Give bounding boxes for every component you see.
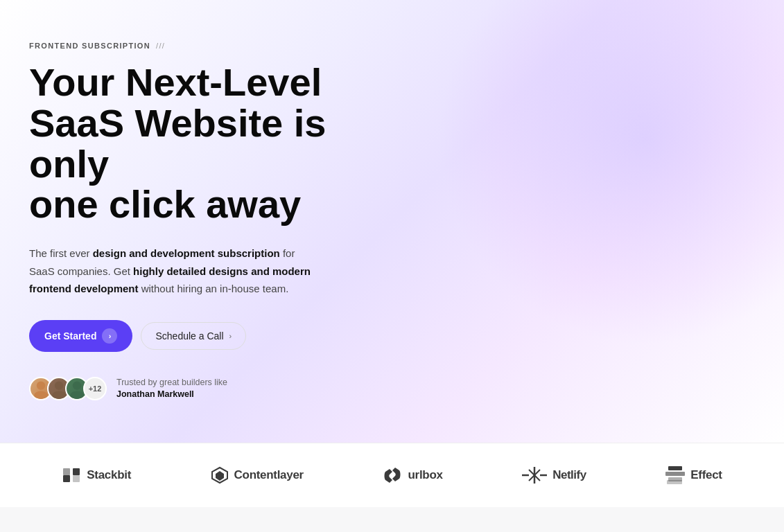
- svg-point-0: [37, 382, 45, 390]
- avatar-count-label: +12: [89, 384, 102, 393]
- trust-section: +12 Trusted by great builders like Jonat…: [29, 377, 755, 401]
- schedule-call-button[interactable]: Schedule a Call ›: [141, 322, 246, 350]
- hero-title-line3: one click away: [29, 182, 301, 226]
- svg-rect-17: [668, 466, 682, 470]
- logo-netlify: Netlify: [522, 467, 586, 484]
- netlify-icon: [522, 467, 547, 484]
- get-started-arrow-icon: ›: [102, 328, 117, 344]
- trust-name: Jonathan Markwell: [116, 389, 227, 401]
- effect-text: Effect: [690, 468, 722, 482]
- schedule-call-arrow-icon: ›: [229, 332, 232, 340]
- stackbit-text: Stackbit: [87, 468, 131, 482]
- hero-desc-text1: The first ever: [29, 247, 93, 259]
- contentlayer-text: Contentlayer: [234, 468, 304, 482]
- hero-description: The first ever design and development su…: [29, 245, 320, 298]
- hero-desc-text3: without hiring an in-house team.: [139, 283, 289, 294]
- hero-label: FRONTEND SUBSCRIPTION ///: [29, 42, 755, 50]
- svg-point-2: [55, 382, 63, 390]
- avatar-count: +12: [83, 377, 107, 400]
- features-section: Struggling to keep your site up-to-date?…: [0, 507, 784, 532]
- hero-title-line2: SaaS Website is only: [29, 101, 326, 186]
- logo-urlbox: urlbox: [383, 468, 442, 483]
- hero-buttons: Get Started › Schedule a Call ›: [29, 320, 755, 352]
- urlbox-text: urlbox: [408, 468, 442, 482]
- trust-text-label: Trusted by great builders like: [116, 378, 227, 387]
- logo-effect: Effect: [665, 466, 722, 484]
- svg-rect-18: [665, 472, 685, 476]
- hero-label-slash: ///: [156, 42, 165, 50]
- schedule-call-label: Schedule a Call: [155, 330, 223, 342]
- svg-point-4: [73, 382, 81, 390]
- svg-rect-6: [63, 475, 70, 482]
- trust-avatars: +12: [29, 377, 107, 400]
- hero-desc-bold1: design and development subscription: [93, 247, 280, 259]
- get-started-label: Get Started: [44, 330, 96, 342]
- svg-marker-11: [216, 471, 224, 481]
- svg-point-5: [70, 391, 83, 400]
- urlbox-icon: [383, 468, 402, 483]
- svg-rect-9: [73, 468, 80, 475]
- logo-stackbit: Stackbit: [62, 466, 131, 485]
- svg-rect-7: [63, 468, 70, 475]
- svg-point-1: [34, 391, 47, 400]
- svg-rect-20: [667, 480, 682, 484]
- svg-point-3: [52, 391, 65, 400]
- trust-text: Trusted by great builders like Jonathan …: [116, 377, 227, 401]
- hero-section: FRONTEND SUBSCRIPTION /// Your Next-Leve…: [0, 0, 784, 443]
- contentlayer-icon: [211, 466, 229, 484]
- hero-label-text: FRONTEND SUBSCRIPTION: [29, 42, 150, 50]
- hero-title: Your Next-Level SaaS Website is only one…: [29, 62, 390, 225]
- logo-contentlayer: Contentlayer: [211, 466, 304, 484]
- logos-section: Stackbit Contentlayer urlbox: [0, 443, 784, 507]
- netlify-text: Netlify: [552, 468, 586, 482]
- get-started-button[interactable]: Get Started ›: [29, 320, 132, 352]
- svg-rect-8: [73, 475, 80, 482]
- hero-title-line1: Your Next-Level: [29, 60, 322, 104]
- effect-icon: [665, 466, 685, 484]
- stackbit-icon: [62, 466, 81, 485]
